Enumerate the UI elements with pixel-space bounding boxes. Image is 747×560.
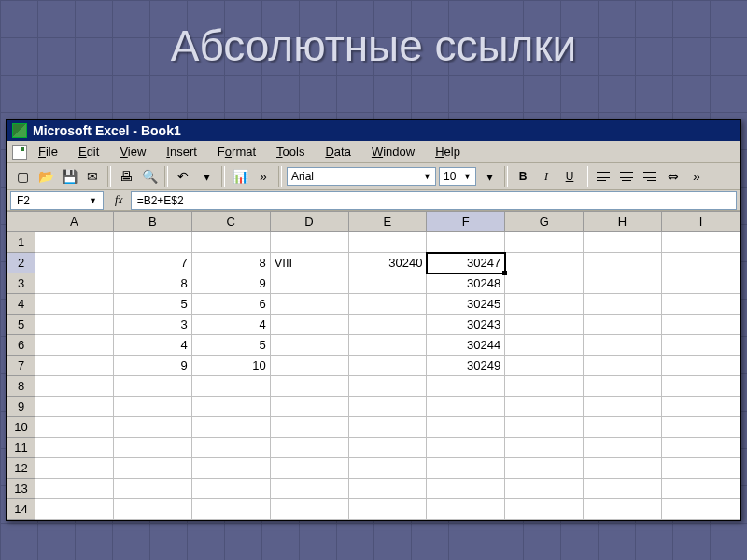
more-buttons[interactable]: » <box>253 166 274 187</box>
cell-E1[interactable] <box>348 232 427 253</box>
cell-G1[interactable] <box>505 232 584 253</box>
column-header-E[interactable]: E <box>348 212 427 232</box>
italic-button[interactable]: I <box>536 166 557 187</box>
cell-A7[interactable] <box>35 356 114 376</box>
cell-H9[interactable] <box>584 397 662 417</box>
cell-F13[interactable] <box>427 479 505 499</box>
cell-A4[interactable] <box>35 294 114 315</box>
cell-E12[interactable] <box>348 458 427 479</box>
cell-D3[interactable] <box>270 273 348 294</box>
cell-H3[interactable] <box>584 273 662 294</box>
save-button[interactable]: 💾 <box>59 166 79 187</box>
cell-E9[interactable] <box>348 397 427 417</box>
cell-F3[interactable]: 30248 <box>427 273 505 294</box>
row-header-3[interactable]: 3 <box>7 273 35 294</box>
cell-A13[interactable] <box>35 479 114 499</box>
cell-H13[interactable] <box>584 479 662 499</box>
menu-edit[interactable]: Edit <box>69 143 108 161</box>
document-icon[interactable] <box>12 145 27 160</box>
cell-E14[interactable] <box>348 499 427 520</box>
cell-C9[interactable] <box>191 397 270 417</box>
cell-A10[interactable] <box>35 417 114 438</box>
font-size-select[interactable]: 10 ▼ <box>439 167 476 186</box>
cell-D8[interactable] <box>270 376 348 397</box>
print-button[interactable]: 🖶 <box>116 166 136 187</box>
cell-I11[interactable] <box>662 438 740 458</box>
cell-I5[interactable] <box>662 315 740 335</box>
cell-D9[interactable] <box>270 397 348 417</box>
cell-B6[interactable]: 4 <box>113 335 191 356</box>
cell-D13[interactable] <box>270 479 348 499</box>
cell-B11[interactable] <box>113 438 191 458</box>
menu-file[interactable]: File <box>29 143 67 161</box>
cell-A8[interactable] <box>35 376 114 397</box>
cell-D1[interactable] <box>270 232 348 253</box>
cell-I12[interactable] <box>662 458 740 479</box>
cell-C7[interactable]: 10 <box>191 356 270 376</box>
align-left-button[interactable] <box>593 166 613 187</box>
cell-H4[interactable] <box>584 294 662 315</box>
cell-G13[interactable] <box>505 479 584 499</box>
cell-C6[interactable]: 5 <box>191 335 270 356</box>
cell-F10[interactable] <box>427 417 505 438</box>
cell-C1[interactable] <box>191 232 270 253</box>
spreadsheet-grid[interactable]: ABCDEFGHI1278VIII30240302473893024845630… <box>7 211 740 520</box>
align-center-button[interactable] <box>616 166 637 187</box>
cell-B2[interactable]: 7 <box>113 253 191 273</box>
open-button[interactable]: 📂 <box>35 166 56 187</box>
name-box[interactable]: F2 ▼ <box>10 191 104 210</box>
cell-A14[interactable] <box>35 499 114 520</box>
cell-C10[interactable] <box>191 417 270 438</box>
cell-D12[interactable] <box>270 458 348 479</box>
row-header-9[interactable]: 9 <box>7 397 35 417</box>
cell-C4[interactable]: 6 <box>191 294 270 315</box>
row-header-6[interactable]: 6 <box>7 335 35 356</box>
cell-G4[interactable] <box>505 294 584 315</box>
cell-F2[interactable]: 30247 <box>427 253 505 273</box>
cell-C11[interactable] <box>191 438 270 458</box>
cell-H5[interactable] <box>584 315 662 335</box>
cell-E8[interactable] <box>348 376 427 397</box>
cell-G3[interactable] <box>505 273 584 294</box>
cell-C5[interactable]: 4 <box>191 315 270 335</box>
new-button[interactable]: ▢ <box>12 166 33 187</box>
cell-D6[interactable] <box>270 335 348 356</box>
cell-I2[interactable] <box>662 253 740 273</box>
select-all-corner[interactable] <box>7 212 35 232</box>
cell-A9[interactable] <box>35 397 114 417</box>
row-header-7[interactable]: 7 <box>7 356 35 376</box>
cell-B13[interactable] <box>113 479 191 499</box>
cell-G5[interactable] <box>505 315 584 335</box>
cell-E10[interactable] <box>348 417 427 438</box>
cell-G2[interactable] <box>505 253 584 273</box>
cell-H14[interactable] <box>584 499 662 520</box>
row-header-12[interactable]: 12 <box>7 458 35 479</box>
menu-format[interactable]: Format <box>208 143 265 161</box>
cell-C12[interactable] <box>191 458 270 479</box>
cell-E11[interactable] <box>348 438 427 458</box>
column-header-C[interactable]: C <box>191 212 270 232</box>
menu-tools[interactable]: Tools <box>267 143 314 161</box>
cell-E2[interactable]: 30240 <box>348 253 427 273</box>
merge-center-button[interactable]: ⇔ <box>663 166 684 187</box>
cell-I8[interactable] <box>662 376 740 397</box>
row-header-1[interactable]: 1 <box>7 232 35 253</box>
column-header-B[interactable]: B <box>113 212 191 232</box>
cell-B8[interactable] <box>113 376 191 397</box>
cell-H1[interactable] <box>584 232 662 253</box>
cell-G14[interactable] <box>505 499 584 520</box>
cell-I10[interactable] <box>662 417 740 438</box>
cell-C14[interactable] <box>191 499 270 520</box>
email-button[interactable]: ✉ <box>82 166 103 187</box>
cell-E5[interactable] <box>348 315 427 335</box>
fx-label[interactable]: fx <box>107 193 131 207</box>
cell-B12[interactable] <box>113 458 191 479</box>
underline-button[interactable]: U <box>559 166 580 187</box>
cell-G7[interactable] <box>505 356 584 376</box>
cell-F1[interactable] <box>427 232 505 253</box>
cell-H11[interactable] <box>584 438 662 458</box>
column-header-I[interactable]: I <box>662 212 740 232</box>
cell-I9[interactable] <box>662 397 740 417</box>
cell-B5[interactable]: 3 <box>113 315 191 335</box>
cell-B1[interactable] <box>113 232 191 253</box>
